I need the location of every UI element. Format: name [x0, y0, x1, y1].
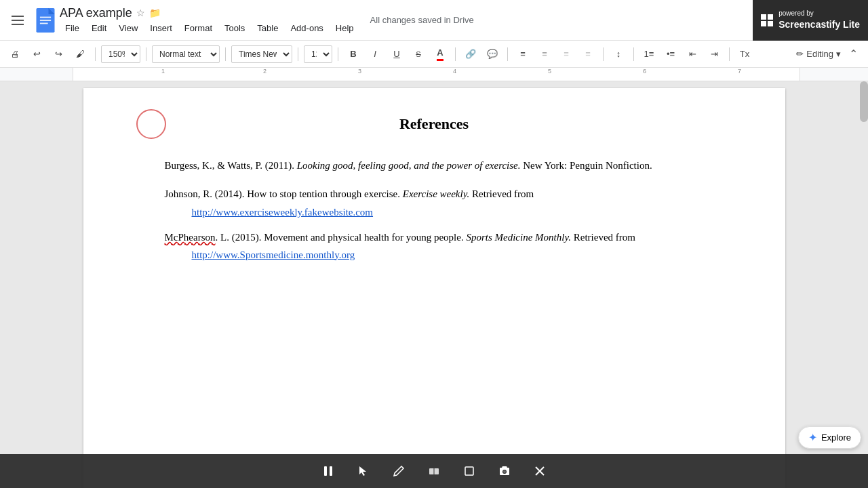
separator-10	[729, 47, 730, 61]
ref3-plain-1: . L. (2015). Movement and physical healt…	[216, 232, 467, 243]
menu-insert[interactable]: Insert	[144, 22, 178, 35]
comment-button[interactable]: 💬	[483, 45, 502, 64]
shape-button[interactable]	[457, 459, 481, 483]
close-recording-button[interactable]	[528, 459, 552, 483]
pause-button[interactable]	[316, 459, 340, 483]
svg-rect-2	[40, 16, 51, 18]
reference-entry-2-link-line: http://www.exerciseweekly.fakewebsite.co…	[165, 207, 704, 218]
ruler-mark-7: 7	[738, 68, 741, 75]
scrollbar-thumb[interactable]	[860, 81, 868, 122]
ruler: 1 2 3 4 5 6 7	[0, 68, 868, 81]
ref2-italic: Exercise weekly.	[403, 188, 470, 199]
style-select[interactable]: Normal text Heading 1 Heading 2	[152, 45, 220, 63]
screencastify-grid-icon	[761, 14, 773, 26]
svg-rect-5	[324, 466, 327, 476]
numbered-list-button[interactable]: 1≡	[639, 45, 658, 64]
menu-edit[interactable]: Edit	[86, 22, 112, 35]
ref1-italic: Looking good, feeling good, and the powe…	[297, 160, 521, 171]
references-heading[interactable]: References	[165, 115, 704, 133]
doc-page: References Burgess, K., & Watts, P. (201…	[83, 88, 785, 488]
justify-button[interactable]: ≡	[578, 45, 597, 64]
reference-entry-2[interactable]: Johnson, R. (2014). How to stop tention …	[165, 186, 704, 203]
eraser-button[interactable]	[422, 459, 446, 483]
svg-rect-4	[40, 22, 48, 24]
editing-mode-label: Editing	[806, 49, 833, 59]
ruler-mark-2: 2	[263, 68, 267, 75]
align-center-button[interactable]: ≡	[535, 45, 554, 64]
italic-button[interactable]: I	[366, 45, 384, 64]
decrease-indent-button[interactable]: ⇤	[683, 45, 702, 64]
separator-3	[225, 47, 226, 61]
ruler-mark-1: 1	[161, 68, 165, 75]
align-left-button[interactable]: ≡	[513, 45, 532, 64]
collapse-toolbar-button[interactable]: ⌃	[844, 45, 863, 64]
editing-mode-chevron: ▾	[836, 49, 841, 59]
main-area: References Burgess, K., & Watts, P. (201…	[0, 81, 868, 488]
separator-2	[146, 47, 146, 61]
separator-7	[507, 47, 508, 61]
top-bar: APA example ☆ 📁 File Edit View Insert Fo…	[0, 0, 868, 41]
text-color-button[interactable]: A	[431, 45, 450, 64]
doc-icon	[35, 8, 56, 33]
separator-8	[603, 47, 604, 61]
link-button[interactable]: 🔗	[461, 45, 480, 64]
align-right-button[interactable]: ≡	[557, 45, 576, 64]
zoom-select[interactable]: 150% 100% 75%	[101, 45, 140, 63]
paint-format-button[interactable]: 🖌	[71, 45, 90, 64]
separator-4	[298, 47, 298, 61]
bulleted-list-button[interactable]: •≡	[661, 45, 680, 64]
clear-formatting-button[interactable]: Tx	[735, 45, 754, 64]
separator-6	[455, 47, 456, 61]
underline-button[interactable]: U	[387, 45, 406, 64]
ref1-plain-start: Burgess, K., & Watts, P. (2011).	[165, 160, 297, 171]
explore-label: Explore	[821, 432, 851, 443]
reference-entry-3[interactable]: McPhearson. L. (2015). Movement and phys…	[165, 229, 704, 264]
separator-5	[338, 47, 338, 61]
strikethrough-button[interactable]: S	[409, 45, 428, 64]
redo-button[interactable]: ↪	[49, 45, 68, 64]
camera-button[interactable]	[492, 459, 517, 483]
ref2-plain-end: Retrieved from	[469, 188, 534, 199]
menu-bar: File Edit View Insert Format Tools Table…	[60, 22, 359, 35]
star-icon[interactable]: ☆	[136, 7, 145, 18]
folder-icon[interactable]: 📁	[149, 7, 161, 18]
menu-file[interactable]: File	[60, 22, 85, 35]
reference-entry-1[interactable]: Burgess, K., & Watts, P. (2011). Looking…	[165, 157, 704, 175]
menu-table[interactable]: Table	[252, 22, 283, 35]
ref1-plain-end: New York: Penguin Nonfiction.	[521, 160, 652, 171]
bold-button[interactable]: B	[344, 45, 363, 64]
ref3-plain-2: Retrieved from	[571, 232, 635, 243]
ref2-plain-start: Johnson, R. (2014). How to stop tention …	[165, 188, 403, 199]
increase-indent-button[interactable]: ⇥	[705, 45, 724, 64]
ruler-mark-5: 5	[548, 68, 551, 75]
menu-tools[interactable]: Tools	[219, 22, 250, 35]
undo-button[interactable]: ↩	[27, 45, 46, 64]
print-button[interactable]: 🖨	[5, 45, 24, 64]
menu-help[interactable]: Help	[330, 22, 359, 35]
font-size-select[interactable]: 12 10 14	[304, 45, 332, 63]
save-status: All changes saved in Drive	[370, 15, 474, 25]
separator-1	[95, 47, 96, 61]
menu-addons[interactable]: Add-ons	[285, 22, 328, 35]
font-select[interactable]: Times New... Arial	[231, 45, 292, 63]
recording-toolbar	[0, 454, 868, 488]
hamburger-menu-icon[interactable]	[5, 8, 30, 33]
explore-icon: ✦	[808, 431, 817, 444]
editing-mode-dropdown[interactable]: ✏ Editing ▾	[796, 49, 841, 59]
explore-button[interactable]: ✦ Explore	[798, 426, 861, 449]
click-circle-indicator	[136, 109, 166, 139]
doc-title-area: APA example ☆ 📁 File Edit View Insert Fo…	[60, 6, 359, 35]
cursor-button[interactable]	[351, 459, 376, 483]
toolbar: 🖨 ↩ ↪ 🖌 150% 100% 75% Normal text Headin…	[0, 41, 868, 68]
doc-title[interactable]: APA example	[60, 6, 132, 20]
ref2-link[interactable]: http://www.exerciseweekly.fakewebsite.co…	[192, 207, 374, 218]
menu-format[interactable]: Format	[179, 22, 218, 35]
ruler-content: 1 2 3 4 5 6 7	[73, 68, 800, 81]
menu-view[interactable]: View	[113, 22, 143, 35]
vertical-scrollbar[interactable]	[860, 81, 868, 488]
pen-button[interactable]	[387, 459, 411, 483]
screencastify-badge: powered by Screencastify Lite	[753, 0, 868, 41]
ref3-link[interactable]: http://www.Sportsmedicine.monthly.org	[192, 249, 355, 260]
line-spacing-button[interactable]: ↕	[609, 45, 628, 64]
ruler-mark-4: 4	[453, 68, 456, 75]
